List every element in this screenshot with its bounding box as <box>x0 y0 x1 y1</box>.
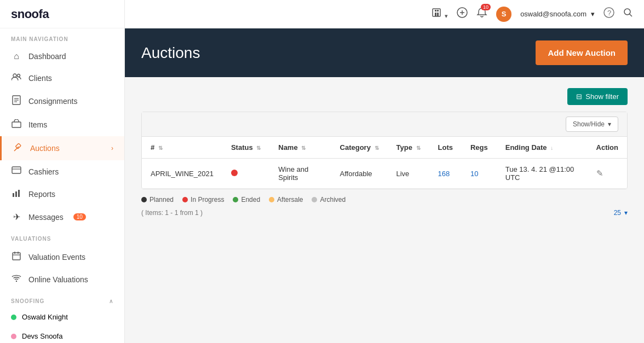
app-logo: snoofa <box>11 7 49 21</box>
col-header-type[interactable]: Type ⇅ <box>388 137 429 159</box>
sidebar-item-clients[interactable]: Clients <box>0 67 124 89</box>
show-hide-button[interactable]: Show/Hide ▾ <box>566 117 618 132</box>
user-menu-chevron: ▾ <box>591 10 595 18</box>
page-header: Auctions Add New Auction <box>125 28 644 77</box>
auction-category: Affordable <box>331 159 388 189</box>
edit-auction-button[interactable]: ✎ <box>596 168 603 178</box>
svg-line-30 <box>630 14 633 17</box>
user-info[interactable]: oswald@snoofa.com ▾ <box>520 10 595 18</box>
auction-action: ✎ <box>588 159 627 189</box>
sidebar-item-label: Clients <box>28 74 52 83</box>
building-icon[interactable]: ▾ <box>431 7 448 21</box>
add-icon[interactable] <box>457 7 468 21</box>
svg-text:?: ? <box>607 9 611 17</box>
snoofing-user-devs: Devs Snoofa <box>0 327 124 343</box>
per-page-value: 25 <box>614 209 621 217</box>
in-progress-dot <box>182 197 188 202</box>
auctions-icon <box>13 142 24 154</box>
col-header-regs[interactable]: Regs <box>462 137 497 159</box>
col-header-ending-date[interactable]: Ending Date ↓ <box>497 137 588 159</box>
items-info: ( Items: 1 - 1 from 1 ) <box>141 209 203 217</box>
messages-icon: ✈ <box>11 212 22 222</box>
table-row: APRIL_WINE_2021 Wine and Spirits Afforda… <box>142 159 627 189</box>
main-content: Auctions Add New Auction ⊟ Show filter S… <box>125 28 644 343</box>
auction-id: APRIL_WINE_2021 <box>142 159 222 189</box>
svg-rect-11 <box>13 193 14 197</box>
sidebar-item-online-valuations[interactable]: Online Valuations <box>0 269 124 290</box>
sidebar-item-label: Online Valuations <box>28 275 88 284</box>
sidebar-item-dashboard[interactable]: ⌂ Dashboard <box>0 45 124 67</box>
sidebar-item-label: Reports <box>28 190 55 199</box>
sidebar-item-label: Valuation Events <box>28 253 85 261</box>
auctions-table-container: Show/Hide ▾ # ⇅ Status ⇅ Name ⇅ Category… <box>141 112 628 189</box>
per-page-selector[interactable]: 25 ▾ <box>614 209 628 217</box>
items-icon <box>11 119 22 130</box>
svg-point-0 <box>13 74 16 77</box>
dashboard-icon: ⌂ <box>11 51 22 61</box>
chevron-up-icon: ∧ <box>109 298 113 304</box>
sidebar-item-valuation-events[interactable]: Valuation Events <box>0 245 124 269</box>
svg-rect-14 <box>13 253 20 260</box>
auction-name: Wine and Spirits <box>269 159 331 189</box>
cashiers-icon <box>11 166 22 177</box>
filter-icon: ⊟ <box>576 92 582 101</box>
sidebar-item-items[interactable]: Items <box>0 113 124 136</box>
sidebar-section-snoofing: SNOOFING ∧ <box>0 290 124 307</box>
notifications-icon[interactable]: 10 <box>476 7 487 21</box>
user-avatar[interactable]: S <box>496 7 511 22</box>
svg-point-1 <box>18 74 20 77</box>
sidebar-item-label: Messages <box>28 213 64 222</box>
svg-rect-6 <box>12 122 21 127</box>
auctions-table: # ⇅ Status ⇅ Name ⇅ Category ⇅ Type ⇅ Lo… <box>142 137 627 189</box>
legend-in-progress: In Progress <box>182 196 224 204</box>
sidebar-section-valuations: VALUATIONS <box>0 228 124 245</box>
show-filter-button[interactable]: ⊟ Show filter <box>567 88 628 105</box>
col-header-name[interactable]: Name ⇅ <box>269 137 331 159</box>
chevron-right-icon: › <box>111 144 113 152</box>
help-icon[interactable]: ? <box>603 7 614 21</box>
svg-point-29 <box>624 9 630 15</box>
legend-archived: Archived <box>312 196 346 204</box>
search-icon[interactable] <box>623 8 633 20</box>
col-header-action: Action <box>588 137 627 159</box>
calendar-icon <box>11 251 22 263</box>
sidebar-item-messages[interactable]: ✈ Messages 10 <box>0 206 124 228</box>
snoofing-user-oswald: Oswald Knight <box>0 307 124 327</box>
sidebar: snoofa MAIN NAVIGATION ⌂ Dashboard Clien… <box>0 0 125 343</box>
svg-rect-21 <box>437 13 439 16</box>
chevron-down-icon: ▾ <box>608 120 611 128</box>
svg-rect-22 <box>435 10 436 11</box>
sidebar-item-label: Consignments <box>28 97 78 106</box>
snoofing-user-label: Devs Snoofa <box>22 332 62 340</box>
online-status-dot <box>11 315 16 320</box>
user-email: oswald@snoofa.com <box>520 10 586 18</box>
svg-rect-23 <box>437 10 439 11</box>
topbar: ▾ 10 S oswald@snoofa.com ▾ ? <box>125 0 644 28</box>
legend-planned: Planned <box>141 196 174 204</box>
per-page-chevron: ▾ <box>624 209 628 217</box>
table-toolbar: Show/Hide ▾ <box>142 112 627 137</box>
col-header-lots[interactable]: Lots <box>429 137 462 159</box>
sidebar-item-auctions[interactable]: Auctions › <box>0 136 124 160</box>
sidebar-item-label: Cashiers <box>28 167 59 176</box>
col-header-status[interactable]: Status ⇅ <box>222 137 269 159</box>
aftersale-dot <box>269 197 274 202</box>
col-header-id[interactable]: # ⇅ <box>142 137 222 159</box>
legend-ended: Ended <box>233 196 260 204</box>
legend: Planned In Progress Ended Aftersale Arch… <box>141 196 628 204</box>
auction-ending-date: Tue 13. 4. 21 @11:00 UTC <box>497 159 588 189</box>
sidebar-item-cashiers[interactable]: Cashiers <box>0 160 124 183</box>
auction-lots: 168 <box>429 159 462 189</box>
archived-dot <box>312 197 317 202</box>
content-area: ⊟ Show filter Show/Hide ▾ # ⇅ Status ⇅ N… <box>125 77 644 343</box>
auction-regs: 10 <box>462 159 497 189</box>
add-new-auction-button[interactable]: Add New Auction <box>536 40 628 65</box>
messages-badge: 10 <box>73 213 86 220</box>
svg-rect-20 <box>435 13 436 16</box>
col-header-category[interactable]: Category ⇅ <box>331 137 388 159</box>
filter-bar: ⊟ Show filter <box>141 88 628 105</box>
sidebar-item-reports[interactable]: Reports <box>0 183 124 206</box>
sidebar-item-consignments[interactable]: Consignments <box>0 89 124 113</box>
ended-dot <box>233 197 238 202</box>
wifi-icon <box>11 275 22 284</box>
